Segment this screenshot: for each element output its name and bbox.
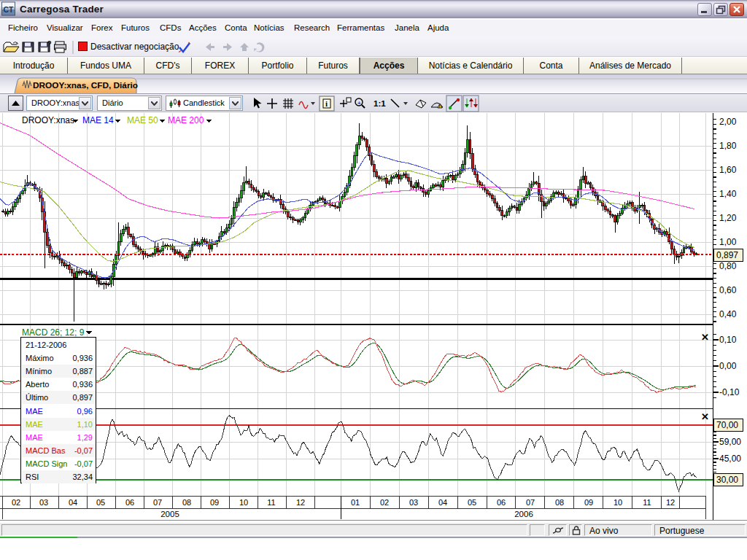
svg-text:01: 01 — [351, 498, 360, 507]
svg-text:07: 07 — [153, 498, 162, 507]
svg-text:2005: 2005 — [160, 510, 179, 518]
svg-text:1,80: 1,80 — [719, 141, 737, 151]
svg-text:i: i — [325, 99, 328, 108]
svg-text:1,40: 1,40 — [719, 189, 737, 199]
svg-text:0,80: 0,80 — [719, 261, 737, 271]
svg-text:✕: ✕ — [701, 411, 709, 422]
svg-text:12: 12 — [296, 498, 305, 507]
svg-text:+: + — [357, 100, 361, 106]
svg-text:0,00: 0,00 — [719, 361, 737, 371]
svg-text:02: 02 — [380, 498, 389, 507]
svg-text:05: 05 — [96, 498, 105, 507]
svg-text:09: 09 — [210, 498, 219, 507]
svg-text:MAE 14: MAE 14 — [82, 115, 114, 125]
svg-text:1,60: 1,60 — [719, 165, 737, 175]
svg-text:✕: ✕ — [701, 332, 709, 343]
svg-text:04: 04 — [69, 498, 77, 507]
svg-text:CT: CT — [3, 6, 14, 14]
svg-text:11: 11 — [267, 498, 275, 507]
svg-text:59,00: 59,00 — [719, 437, 741, 447]
svg-text:!: ! — [439, 104, 441, 109]
svg-text:0,897: 0,897 — [716, 250, 738, 260]
svg-text:1,00: 1,00 — [719, 237, 737, 247]
svg-text:MACD 26; 12; 9: MACD 26; 12; 9 — [22, 327, 85, 338]
svg-text:DROOY:xnas: DROOY:xnas — [22, 115, 74, 125]
svg-text:02: 02 — [12, 498, 20, 507]
svg-text:03: 03 — [39, 498, 48, 507]
svg-text:45,00: 45,00 — [719, 454, 741, 464]
svg-text:70,00: 70,00 — [716, 420, 738, 430]
svg-text:10: 10 — [614, 498, 622, 507]
svg-text:0,10: 0,10 — [719, 335, 737, 345]
svg-text:30,00: 30,00 — [716, 475, 738, 485]
svg-text:MAE 200: MAE 200 — [168, 115, 204, 125]
svg-text:08: 08 — [182, 498, 191, 507]
svg-text:11: 11 — [643, 498, 651, 507]
svg-text:10: 10 — [239, 498, 248, 507]
svg-text:07: 07 — [526, 498, 535, 507]
svg-text:0,60: 0,60 — [719, 285, 737, 295]
svg-text:09: 09 — [584, 498, 593, 507]
svg-text:08: 08 — [555, 498, 564, 507]
svg-text:03: 03 — [409, 498, 418, 507]
svg-text:12: 12 — [666, 498, 675, 507]
svg-text:1:1: 1:1 — [374, 99, 386, 108]
svg-text:06: 06 — [125, 498, 134, 507]
svg-text:04: 04 — [438, 498, 447, 507]
svg-text:06: 06 — [497, 498, 506, 507]
svg-text:0,40: 0,40 — [719, 309, 737, 319]
svg-text:MAE 50: MAE 50 — [127, 115, 158, 125]
svg-text:?: ? — [47, 40, 52, 48]
svg-text:DROOY:xnas, CFD, Diário: DROOY:xnas, CFD, Diário — [33, 80, 138, 90]
svg-text:1,20: 1,20 — [719, 213, 737, 223]
svg-text:2,00: 2,00 — [719, 117, 737, 127]
svg-text:2006: 2006 — [514, 510, 533, 518]
svg-text:-0,10: -0,10 — [719, 387, 740, 397]
svg-text:05: 05 — [468, 498, 476, 507]
